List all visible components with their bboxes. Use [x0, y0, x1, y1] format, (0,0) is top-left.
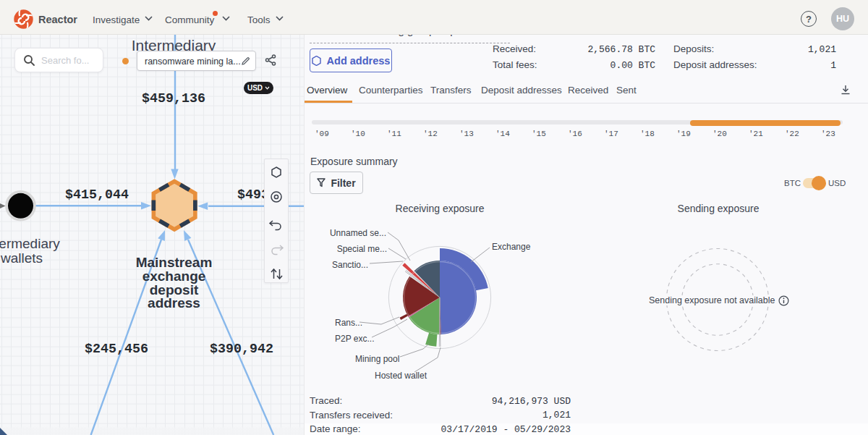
svg-text:wallets: wallets	[0, 250, 43, 266]
svg-text:address: address	[148, 295, 200, 311]
svg-text:$415,044: $415,044	[65, 187, 129, 202]
svg-text:$245,456: $245,456	[85, 342, 148, 356]
svg-text:Intermediary: Intermediary	[0, 236, 60, 251]
svg-text:Mainstream: Mainstream	[136, 255, 213, 270]
svg-text:$459,136: $459,136	[142, 91, 205, 106]
svg-text:$390,942: $390,942	[210, 342, 273, 356]
